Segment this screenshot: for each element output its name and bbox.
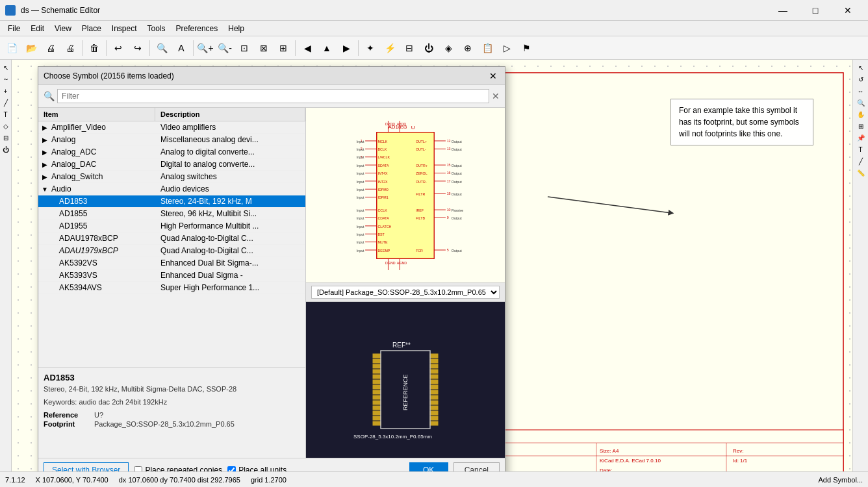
reference-label: Reference [44, 411, 89, 419]
svg-rect-129 [430, 375, 438, 379]
highlight-button[interactable]: ✦ [361, 39, 379, 57]
search-button[interactable]: 🔍 [153, 39, 171, 57]
footprint-dropdown[interactable]: [Default] Package_SO:SSOP-28_5.3x10.2mm_… [311, 286, 500, 299]
dialog-close-button[interactable]: ✕ [487, 69, 500, 82]
svg-text:Input: Input [357, 240, 364, 244]
sidebar-net[interactable]: ～ [1, 74, 11, 84]
status-delta: dx 107.0600 dy 70.7400 dist 292.7965 [119, 476, 240, 484]
zoom-out-button[interactable]: 🔍- [216, 39, 234, 57]
zoom-in-button[interactable]: 🔍+ [196, 39, 214, 57]
tree-item-analog-adc[interactable]: ▶ Analog_ADC Analog to digital converte.… [38, 146, 305, 158]
svg-rect-111 [373, 354, 381, 358]
right-sidebar-zoom[interactable]: 🔍 [856, 97, 866, 108]
item-label: Analog_ADC [49, 147, 158, 156]
menu-place[interactable]: Place [77, 21, 107, 36]
tree-item-ad1955[interactable]: AD1955 High Performance Multibit ... [38, 220, 305, 232]
search-clear-button[interactable]: ✕ [492, 91, 500, 101]
sidebar-text[interactable]: T [1, 109, 11, 119]
zoom-sel-button[interactable]: ⊠ [255, 39, 273, 57]
svg-text:17: 17 [447, 179, 451, 182]
redo-button[interactable]: ↪ [129, 39, 147, 57]
menu-edit[interactable]: Edit [25, 21, 49, 36]
menu-file[interactable]: File [3, 21, 25, 36]
nav-back-button[interactable]: ◀ [298, 39, 316, 57]
right-sidebar-pan[interactable]: ✋ [856, 109, 866, 119]
print-button[interactable]: 🖨 [42, 39, 60, 57]
right-sidebar-rotate[interactable]: ↺ [856, 74, 866, 84]
tree-item-ad1853[interactable]: AD1853 Stereo, 24-Bit, 192 kHz, M [38, 195, 305, 208]
canvas-area[interactable]: Sheet: / File: ds.kiced.sch Title: Size:… [12, 60, 852, 487]
item-label: AK5392VS [49, 258, 158, 268]
item-label: Analog_Switch [49, 172, 158, 181]
menu-help[interactable]: Help [223, 21, 249, 36]
menu-tools[interactable]: Tools [142, 21, 171, 36]
item-label: AK5394AVS [49, 283, 158, 292]
svg-text:Output: Output [452, 216, 462, 220]
right-sidebar-grid[interactable]: ⊞ [856, 121, 866, 131]
reference-value: U? [94, 411, 103, 419]
nav-fwd-button[interactable]: ▶ [337, 39, 355, 57]
status-grid: grid 1.2700 [251, 476, 287, 484]
tree-item-amplifier-video[interactable]: ▶ Amplifier_Video Video amplifiers [38, 121, 305, 134]
nav-up-button[interactable]: ▲ [318, 39, 336, 57]
sym-button[interactable]: ◈ [439, 39, 457, 57]
right-sidebar-line[interactable]: ╱ [856, 156, 866, 166]
sidebar-power[interactable]: ⏻ [1, 144, 11, 155]
sidebar-label[interactable]: ◇ [1, 121, 11, 131]
right-sidebar-text[interactable]: T [856, 144, 866, 155]
tree-item-analog-dac[interactable]: ▶ Analog_DAC Digital to analog converte.… [38, 158, 305, 171]
right-sidebar-cursor[interactable]: ↖ [856, 62, 866, 73]
new-button[interactable]: 📄 [3, 39, 21, 57]
svg-text:U: U [411, 125, 415, 131]
tree-item-ak5393[interactable]: AK5393VS Enhanced Dual Sigma - [38, 269, 305, 282]
zoom-fit-button[interactable]: ⊡ [235, 39, 253, 57]
tree-item-ad1855[interactable]: AD1855 Stereo, 96 kHz, Multibit Si... [38, 208, 305, 220]
svg-rect-132 [430, 390, 438, 394]
text-button[interactable]: A [172, 39, 190, 57]
erc-button[interactable]: ⚑ [517, 39, 535, 57]
menu-preferences[interactable]: Preferences [171, 21, 223, 36]
sidebar-bus[interactable]: ⊟ [1, 132, 11, 143]
tree-list[interactable]: ▶ Amplifier_Video Video amplifiers ▶ Ana… [38, 121, 305, 367]
sidebar-wire[interactable]: ╱ [1, 97, 11, 108]
tree-item-adau1978[interactable]: ADAU1978xBCP Quad Analog-to-Digital C... [38, 232, 305, 245]
tree-item-ak5394[interactable]: AK5394AVS Super High Performance 1... [38, 282, 305, 294]
info-field-reference: Reference U? [44, 411, 300, 419]
open-button[interactable]: 📂 [22, 39, 40, 57]
svg-text:FCR: FCR [416, 248, 423, 252]
hier-button[interactable]: ⊕ [459, 39, 477, 57]
menu-view[interactable]: View [49, 21, 77, 36]
bus-button[interactable]: ⊟ [400, 39, 418, 57]
print2-button[interactable]: 🖨 [61, 39, 79, 57]
svg-rect-112 [373, 359, 381, 363]
tree-item-analog[interactable]: ▶ Analog Miscellaneous analog devi... [38, 134, 305, 146]
run-button[interactable]: ▷ [498, 39, 516, 57]
right-sidebar-snap[interactable]: 📌 [856, 132, 866, 143]
svg-text:Input: Input [357, 139, 364, 143]
col-description: Description [155, 108, 305, 121]
right-sidebar-measure[interactable]: 📏 [856, 168, 866, 178]
undo-button[interactable]: ↩ [109, 39, 127, 57]
sidebar-cursor[interactable]: ↖ [1, 62, 11, 73]
search-input[interactable] [57, 89, 489, 103]
svg-rect-122 [373, 411, 381, 415]
zoom-full-button[interactable]: ⊞ [274, 39, 292, 57]
svg-rect-123 [373, 416, 381, 420]
close-button[interactable]: ✕ [833, 0, 863, 21]
sidebar-place[interactable]: + [1, 86, 11, 96]
tree-item-analog-switch[interactable]: ▶ Analog_Switch Analog switches [38, 171, 305, 183]
delete-button[interactable]: 🗑 [85, 39, 103, 57]
power-button[interactable]: ⏻ [420, 39, 438, 57]
menu-inspect[interactable]: Inspect [107, 21, 142, 36]
svg-rect-136 [430, 411, 438, 415]
sheet-button[interactable]: 📋 [478, 39, 496, 57]
svg-text:SSOP-28_5.3x10.2mm_P0.65mm: SSOP-28_5.3x10.2mm_P0.65mm [353, 434, 432, 440]
minimize-button[interactable]: — [768, 0, 798, 21]
tree-item-ak5392[interactable]: AK5392VS Enhanced Dual Bit Sigma-... [38, 257, 305, 269]
tree-item-audio[interactable]: ▼ Audio Audio devices [38, 183, 305, 195]
right-sidebar-mirror[interactable]: ↔ [856, 86, 866, 96]
net-button[interactable]: ⚡ [381, 39, 399, 57]
tree-item-adau1979[interactable]: ADAU1979xBCP Quad Analog-to-Digital C... [38, 245, 305, 257]
svg-text:Output: Output [452, 192, 462, 196]
maximize-button[interactable]: □ [800, 0, 830, 21]
